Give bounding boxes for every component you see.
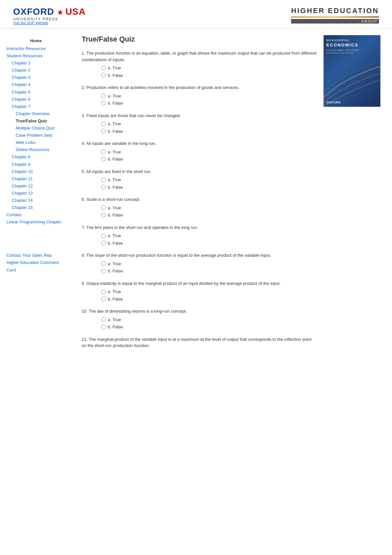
question-1-radio-a[interactable] [101, 66, 106, 70]
question-10-radio-b[interactable] [101, 325, 106, 329]
sidebar-item-multiple-choice-quiz[interactable]: Multiple Choice Quiz [7, 125, 65, 132]
book-cover-decoration [323, 58, 381, 107]
sidebar-item-chapter7[interactable]: Chapter 7 [7, 103, 65, 110]
decorative-bar [291, 16, 379, 18]
question-6: 6. Scale is a short-run concept. a. True… [82, 196, 317, 218]
sidebar-item-chapter10[interactable]: Chapter 10 [7, 168, 65, 175]
book-cover-image: MANAGERIAL ECONOMICS IN A GLOBAL ECONOMY… [323, 35, 381, 107]
sidebar-item-chapter5[interactable]: Chapter 5 [7, 89, 65, 96]
sidebar-item-chapter13[interactable]: Chapter 13 [7, 190, 65, 197]
sidebar-item-chapter1[interactable]: Chapter 1 [7, 60, 65, 67]
university-press-label: UNIVERSITY PRESS [13, 17, 86, 21]
question-10-option-a[interactable]: a. True [101, 317, 317, 323]
sidebar: Home Instructor Resources Student Resour… [0, 35, 72, 355]
question-9: 9. Output elasticity is equal to the mar… [82, 280, 317, 303]
question-2-option-b[interactable]: b. False [101, 100, 317, 107]
sidebar-item-chapter2[interactable]: Chapter 2 [7, 67, 65, 74]
question-1-option-a[interactable]: a. True [101, 65, 317, 71]
question-5-radio-a[interactable] [101, 178, 106, 182]
question-10-option-b[interactable]: b. False [101, 324, 317, 330]
book-cover: MANAGERIAL ECONOMICS IN A GLOBAL ECONOMY… [323, 35, 382, 107]
question-3-option-b[interactable]: b. False [101, 128, 317, 135]
question-7-radio-a[interactable] [101, 234, 106, 238]
sidebar-item-chapter15[interactable]: Chapter 15 [7, 204, 65, 211]
question-7-text: 7. The firm plans in the short run and o… [82, 224, 317, 231]
sidebar-item-web-links[interactable]: Web Links [7, 139, 65, 146]
sidebar-item-contact[interactable]: Contact [7, 211, 65, 218]
question-3-option-a[interactable]: a. True [101, 121, 317, 127]
question-8-option-b[interactable]: b. False [101, 268, 317, 274]
sidebar-item-linear-programming[interactable]: Linear Programming Chapter [7, 218, 65, 226]
book-title: MANAGERIAL ECONOMICS IN A GLOBAL ECONOMY… [326, 39, 378, 54]
question-7-radio-b[interactable] [101, 241, 106, 245]
group-label: GROUP [291, 19, 379, 24]
oup-website-link[interactable]: Visit the OUP Website [13, 21, 86, 25]
sidebar-item-truefalse-quiz[interactable]: True/False Quiz [7, 117, 65, 125]
question-9-option-a[interactable]: a. True [101, 288, 317, 295]
question-6-radio-b[interactable] [101, 213, 106, 217]
question-6-option-a[interactable]: a. True [101, 205, 317, 211]
question-11: 11. The marginal product of the variable… [82, 336, 317, 349]
quiz-title: True/False Quiz [82, 35, 317, 43]
sidebar-item-chapter4[interactable]: Chapter 4 [7, 81, 65, 88]
question-3-text: 3. Fixed inputs are those that can never… [82, 113, 317, 119]
question-6-text: 6. Scale is a short-run concept. [82, 196, 317, 203]
question-2: 2. Production refers to all activities i… [82, 84, 317, 107]
oxford-logo-text: OXFORD ★ USA [13, 7, 86, 17]
sidebar-item-chapter3[interactable]: Chapter 3 [7, 74, 65, 81]
main-layout: Home Instructor Resources Student Resour… [0, 28, 392, 355]
sidebar-gap4 [7, 245, 65, 252]
question-3: 3. Fixed inputs are those that can never… [82, 113, 317, 135]
sidebar-item-online-resources[interactable]: Online Resources [7, 146, 65, 153]
question-9-option-b[interactable]: b. False [101, 296, 317, 303]
question-5-option-a[interactable]: a. True [101, 177, 317, 183]
sidebar-item-sales-rep[interactable]: Contact Your Sales Rep [7, 252, 65, 259]
sidebar-item-case-problem-sets[interactable]: Case Problem Sets [7, 132, 65, 139]
sidebar-item-student-resources[interactable]: Student Resources [7, 52, 65, 60]
question-4-radio-a[interactable] [101, 149, 106, 154]
question-1-radio-b[interactable] [101, 73, 106, 78]
question-7-option-b[interactable]: b. False [101, 240, 317, 247]
question-9-radio-a[interactable] [101, 289, 106, 294]
question-4-radio-b[interactable] [101, 157, 106, 162]
question-10-radio-a[interactable] [101, 317, 106, 322]
question-6-option-b[interactable]: b. False [101, 212, 317, 218]
question-10: 10. The law of diminishing returns is a … [82, 308, 317, 330]
sidebar-item-chapter-overview[interactable]: Chapter Overview [7, 110, 65, 117]
oxford-logo: OXFORD ★ USA UNIVERSITY PRESS Visit the … [13, 7, 86, 25]
sidebar-home[interactable]: Home [7, 38, 65, 43]
question-8-option-a[interactable]: a. True [101, 261, 317, 267]
question-3-radio-b[interactable] [101, 129, 106, 133]
sidebar-item-comment-card[interactable]: Higher Education Comment Card [7, 259, 65, 273]
question-8-radio-b[interactable] [101, 269, 106, 273]
question-2-option-a[interactable]: a. True [101, 93, 317, 99]
question-7: 7. The firm plans in the short run and o… [82, 224, 317, 247]
question-5-option-b[interactable]: b. False [101, 184, 317, 191]
question-4-option-b[interactable]: b. False [101, 156, 317, 163]
sidebar-gap [7, 226, 65, 232]
main-content: True/False Quiz 1. The production functi… [72, 35, 392, 355]
higher-education-logo: HIGHER EDUCATION GROUP [291, 7, 379, 24]
question-9-radio-b[interactable] [101, 297, 106, 301]
question-7-option-a[interactable]: a. True [101, 233, 317, 239]
question-2-radio-a[interactable] [101, 94, 106, 98]
page-header: OXFORD ★ USA UNIVERSITY PRESS Visit the … [0, 0, 392, 28]
sidebar-item-chapter9[interactable]: Chapter 9 [7, 161, 65, 168]
question-1-option-b[interactable]: b. False [101, 72, 317, 79]
question-8-radio-a[interactable] [101, 261, 106, 266]
sidebar-item-chapter6[interactable]: Chapter 6 [7, 96, 65, 103]
sidebar-item-chapter12[interactable]: Chapter 12 [7, 182, 65, 190]
sidebar-item-chapter8[interactable]: Chapter 8 [7, 153, 65, 161]
question-3-radio-a[interactable] [101, 122, 106, 126]
question-6-radio-a[interactable] [101, 205, 106, 210]
question-4-text: 4. All inputs are variable in the long r… [82, 140, 317, 147]
sidebar-gap3 [7, 239, 65, 245]
sidebar-item-instructor-resources[interactable]: Instructor Resources [7, 45, 65, 52]
question-11-text: 11. The marginal product of the variable… [82, 336, 317, 349]
sidebar-item-chapter11[interactable]: Chapter 11 [7, 175, 65, 182]
question-4-option-a[interactable]: a. True [101, 149, 317, 155]
oxford-wordmark: OXFORD ★ USA [13, 7, 86, 17]
question-5-radio-b[interactable] [101, 185, 106, 189]
question-2-radio-b[interactable] [101, 101, 106, 106]
sidebar-item-chapter14[interactable]: Chapter 14 [7, 197, 65, 204]
